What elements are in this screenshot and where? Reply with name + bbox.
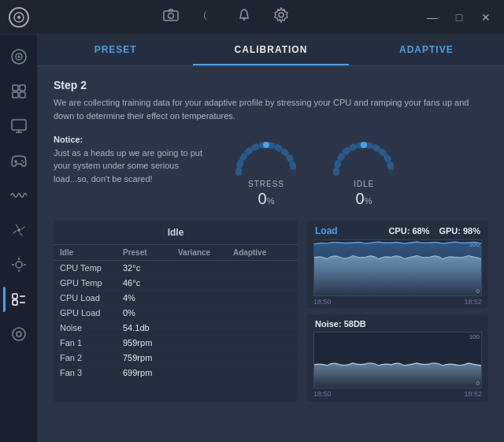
noise-chart-svg	[314, 332, 481, 388]
col-variance: Variance	[178, 248, 233, 257]
settings-icon[interactable]	[270, 4, 292, 30]
moon-icon[interactable]	[198, 5, 218, 29]
stress-gauge: STRESS 0%	[227, 133, 306, 208]
idle-gauge: IDLE 0%	[324, 133, 403, 208]
cpu-stat: CPU: 68%	[388, 226, 429, 236]
sidebar-item-list[interactable]	[3, 284, 35, 315]
table-row: CPU Load 4%	[54, 291, 298, 306]
idle-gauge-svg	[328, 133, 399, 176]
stress-gauge-svg	[231, 133, 302, 176]
svg-point-20	[21, 160, 23, 162]
title-bar-left	[0, 5, 32, 30]
svg-point-10	[17, 56, 20, 58]
svg-point-22	[17, 228, 20, 232]
cpu-gpu-chart-panel: Load CPU: 68% GPU: 98% 100	[307, 221, 488, 308]
svg-rect-29	[13, 300, 17, 305]
notice-text: Just as a heads up we are going to put y…	[54, 148, 202, 184]
idle-label: IDLE	[354, 180, 374, 188]
sidebar-item-brightness[interactable]	[3, 249, 35, 280]
svg-point-2	[17, 16, 20, 19]
svg-point-4	[169, 13, 174, 19]
noise-chart-panel: Noise: 58DB 100 0	[307, 314, 488, 402]
col-idle: Idle	[60, 248, 123, 257]
notice-box: Notice: Just as a heads up we are going …	[54, 133, 211, 185]
noise-chart-area: 100 0	[313, 332, 482, 388]
table-body: CPU Temp 32°c GPU Temp 46°c CPU Load 4% …	[54, 261, 298, 380]
main-container: PRESET CALIBRATION ADAPTIVE Step 2 We ar…	[0, 35, 504, 442]
noise-time-end: 18:52	[464, 390, 482, 398]
load-title: Load	[315, 225, 338, 236]
idle-section-header: Idle	[54, 221, 298, 245]
svg-point-33	[17, 332, 21, 336]
step-title: Step 2	[54, 79, 488, 91]
sidebar-item-dashboard[interactable]	[3, 76, 35, 107]
svg-point-32	[13, 328, 25, 340]
sidebar-item-wave[interactable]	[3, 180, 35, 211]
step-description: We are collecting training data for your…	[54, 96, 488, 122]
stress-value: 0%	[258, 190, 275, 208]
content-area: PRESET CALIBRATION ADAPTIVE Step 2 We ar…	[38, 35, 504, 442]
load-section: Load CPU: 68% GPU: 98% 100	[307, 221, 488, 402]
minimize-button[interactable]: —	[421, 6, 444, 29]
svg-rect-28	[13, 294, 17, 299]
noise-chart-header: Noise: 58DB	[307, 314, 488, 332]
tab-bar: PRESET CALIBRATION ADAPTIVE	[38, 35, 504, 66]
bottom-panel: Idle Idle Preset Variance Adaptive CPU T…	[54, 221, 488, 402]
table-row: Fan 3 699rpm	[54, 366, 298, 380]
sidebar-item-gamepad[interactable]	[3, 145, 35, 176]
svg-point-23	[16, 262, 22, 268]
svg-rect-11	[13, 85, 18, 91]
col-preset: Preset	[123, 248, 178, 257]
table-row: Noise 54.1db	[54, 321, 298, 336]
idle-section: Idle Idle Preset Variance Adaptive CPU T…	[54, 221, 298, 402]
tab-adaptive[interactable]: ADAPTIVE	[349, 35, 504, 65]
svg-rect-13	[13, 92, 18, 98]
title-bar-right: — □ ✕	[421, 6, 498, 29]
sidebar-item-monitor[interactable]	[3, 110, 35, 142]
svg-point-7	[279, 13, 284, 17]
svg-rect-15	[12, 120, 26, 130]
chart-stats: CPU: 68% GPU: 98%	[388, 226, 480, 236]
table-row: Fan 2 759rpm	[54, 351, 298, 366]
tab-preset[interactable]: PRESET	[38, 35, 193, 65]
col-adaptive: Adaptive	[233, 248, 288, 257]
stress-label: STRESS	[248, 180, 284, 188]
maximize-button[interactable]: □	[447, 6, 471, 29]
sidebar	[0, 35, 38, 442]
app-logo-icon	[6, 5, 32, 30]
table-header: Idle Preset Variance Adaptive	[54, 245, 298, 261]
title-bar: — □ ✕	[0, 0, 504, 35]
svg-rect-12	[20, 85, 25, 91]
svg-point-34	[263, 142, 269, 148]
chart-footer: 18:50 18:52	[307, 296, 488, 308]
camera-icon[interactable]	[160, 6, 182, 28]
tab-calibration[interactable]: CALIBRATION	[193, 35, 348, 65]
noise-chart-footer: 18:50 18:52	[307, 388, 488, 401]
chart-header: Load CPU: 68% GPU: 98%	[307, 221, 488, 240]
info-row: Notice: Just as a heads up we are going …	[54, 133, 488, 208]
table-row: CPU Temp 32°c	[54, 261, 298, 276]
svg-point-35	[361, 142, 367, 148]
page-content: Step 2 We are collecting training data f…	[38, 66, 504, 442]
noise-time-start: 18:50	[313, 390, 332, 398]
gauges: STRESS 0% IDLE 0%	[227, 133, 403, 208]
svg-point-21	[23, 162, 24, 163]
table-row: GPU Temp 46°c	[54, 276, 298, 291]
idle-value: 0%	[356, 190, 372, 208]
chart-time-start: 18:50	[313, 298, 332, 306]
sidebar-item-logo	[3, 41, 35, 72]
cpu-gpu-chart-area: 100 0	[313, 240, 482, 296]
bell-icon[interactable]	[234, 5, 254, 29]
chart-time-end: 18:52	[464, 298, 482, 306]
table-row: Fan 1 959rpm	[54, 336, 298, 351]
gpu-stat: GPU: 98%	[439, 226, 480, 236]
notice-heading: Notice:	[54, 135, 83, 144]
svg-rect-14	[20, 92, 25, 98]
sidebar-item-fan[interactable]	[3, 214, 35, 246]
close-button[interactable]: ✕	[474, 6, 498, 29]
cpu-gpu-chart-svg	[314, 240, 481, 295]
sidebar-item-settings2[interactable]	[3, 318, 35, 350]
noise-stat: Noise: 58DB	[315, 319, 366, 329]
title-bar-center	[160, 4, 292, 30]
table-row: GPU Load 0%	[54, 306, 298, 321]
